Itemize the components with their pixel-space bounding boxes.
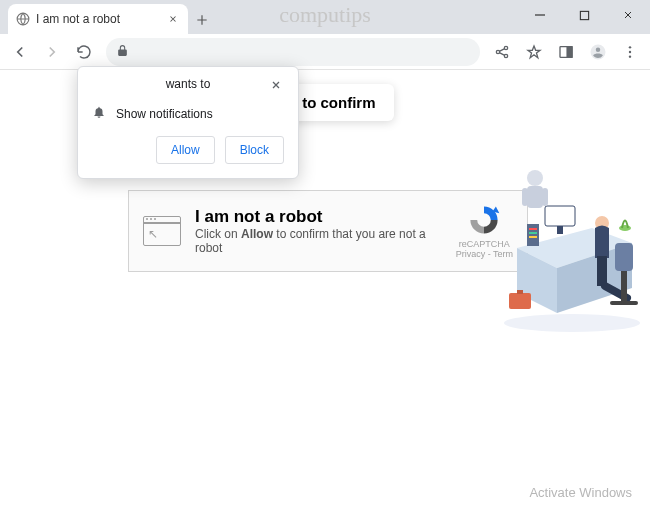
svg-point-9 [629,50,631,52]
svg-rect-17 [529,232,537,234]
reload-button[interactable] [70,38,98,66]
forward-button[interactable] [38,38,66,66]
captcha-heading: I am not a robot [195,207,442,227]
svg-point-12 [504,314,640,332]
block-button[interactable]: Block [225,136,284,164]
svg-rect-29 [517,290,523,294]
tab-title: I am not a robot [36,12,160,26]
svg-rect-21 [522,188,528,206]
notification-permission-popup: wants to Show notifications Allow Block [77,66,299,179]
svg-rect-18 [529,236,537,238]
svg-rect-28 [509,293,531,309]
svg-rect-20 [527,186,543,208]
svg-point-10 [629,55,631,57]
banner-rest: to confirm [298,94,376,111]
svg-rect-27 [621,271,627,301]
svg-rect-15 [527,224,539,246]
browser-tab[interactable]: I am not a robot [8,4,188,34]
globe-icon [16,12,30,26]
captcha-card: ↖ I am not a robot Click on Allow to con… [128,190,528,272]
maximize-button[interactable] [562,0,606,30]
window-controls [518,0,650,30]
new-tab-button[interactable] [188,6,216,34]
browser-toolbar [0,34,650,70]
svg-rect-14 [557,226,563,234]
svg-rect-16 [529,228,537,230]
windows-activate-watermark: Activate Windows [529,485,632,500]
back-button[interactable] [6,38,34,66]
allow-button[interactable]: Allow [156,136,215,164]
svg-rect-1 [580,11,588,19]
bookmark-button[interactable] [520,38,548,66]
office-illustration [497,128,642,333]
share-button[interactable] [488,38,516,66]
browser-window-icon: ↖ [143,216,181,246]
bell-icon [92,105,106,122]
close-icon[interactable] [266,75,286,95]
svg-rect-25 [597,256,607,286]
browser-titlebar: I am not a robot [0,0,650,34]
svg-rect-13 [545,206,575,226]
close-window-button[interactable] [606,0,650,30]
lock-icon [116,43,129,61]
captcha-instruction: Click on Allow to confirm that you are n… [195,227,442,255]
tab-close-icon[interactable] [166,12,180,26]
page-content: Allow to confirm wants to Show notificat… [0,70,650,506]
permission-label: Show notifications [116,107,213,121]
svg-point-23 [619,225,631,231]
svg-rect-22 [542,188,548,206]
permission-wants-to: wants to [166,77,211,91]
profile-button[interactable] [584,38,612,66]
minimize-button[interactable] [518,0,562,30]
svg-rect-6 [567,46,572,57]
svg-point-8 [629,46,631,48]
svg-point-19 [527,170,543,186]
menu-button[interactable] [616,38,644,66]
address-bar[interactable] [106,38,480,66]
svg-rect-26 [615,243,633,271]
side-panel-button[interactable] [552,38,580,66]
